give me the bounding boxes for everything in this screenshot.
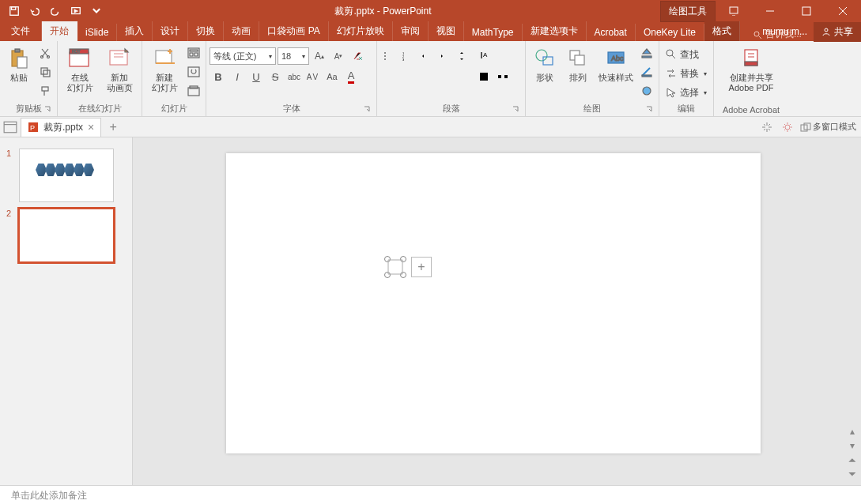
next-slide-button[interactable]: ⏷ [846,468,859,480]
underline-button[interactable]: U [247,68,265,85]
new-anim-page-button[interactable]: 新加 动画页 [100,43,138,93]
slide-thumbnail-1[interactable] [19,149,114,202]
svg-rect-24 [188,67,199,77]
clipboard-launcher[interactable] [43,105,52,115]
tool-sparkle-icon[interactable] [759,119,775,135]
insert-content-button[interactable]: + [411,257,432,277]
notes-pane[interactable]: 单击此处添加备注 [0,485,861,504]
content-placeholder[interactable]: + [384,256,433,278]
start-from-beginning-button[interactable] [66,2,85,21]
arrange-button[interactable]: 排列 [562,43,594,83]
bold-button[interactable]: B [210,68,227,85]
quick-styles-button[interactable]: Abc 快速样式 [595,43,636,83]
shapes-button[interactable]: 形状 [529,43,561,83]
tab-insert[interactable]: 插入 [117,21,153,41]
window-list-icon[interactable] [3,120,17,134]
tab-view[interactable]: 视图 [429,21,464,41]
draw-launcher[interactable] [644,105,654,115]
tab-transition[interactable]: 切换 [188,21,224,41]
reset-button[interactable] [185,63,202,81]
slide-thumbnail-2[interactable] [19,209,114,262]
line-spacing-button[interactable] [456,47,474,65]
shape-effects-button[interactable] [638,82,655,100]
font-size-select[interactable]: 18▾ [278,47,309,65]
tab-review[interactable]: 审阅 [393,21,429,41]
align-right-button[interactable] [418,68,436,85]
align-left-button[interactable] [380,68,398,85]
cut-button[interactable] [36,44,54,62]
qat-dropdown[interactable] [87,2,106,21]
para-launcher[interactable] [511,105,520,115]
text-direction-button[interactable]: ‖A [475,47,493,65]
format-painter-button[interactable] [36,82,54,100]
copy-button[interactable] [36,63,54,81]
svg-rect-8 [15,49,20,52]
layout-button[interactable] [185,44,202,62]
slide-canvas[interactable]: + [226,153,761,453]
slide-thumbnail-panel[interactable]: 1 2 [0,137,133,485]
online-slide-button[interactable]: HOT 在线 幻灯片 [61,43,99,93]
decrease-font-button[interactable]: A▾ [330,47,347,65]
clear-format-button[interactable] [349,47,366,65]
multi-window-mode-button[interactable]: 多窗口模式 [800,121,856,133]
align-center-button[interactable] [399,68,417,85]
tab-design[interactable]: 设计 [153,21,188,41]
tool-gear-icon[interactable] [780,119,795,135]
columns-button[interactable] [456,68,474,85]
tab-slideshow[interactable]: 幻灯片放映 [329,21,393,41]
select-button[interactable]: 选择▾ [663,84,710,101]
font-name-select[interactable]: 等线 (正文)▾ [210,47,276,65]
new-anim-label: 新加 动画页 [107,73,133,93]
char-spacing-button[interactable]: AV [304,68,322,85]
font-launcher[interactable] [362,105,372,115]
font-color-button[interactable]: A [342,68,360,85]
find-button[interactable]: 查找 [663,46,702,63]
tab-pocket-anim[interactable]: 口袋动画 PA [259,21,328,41]
save-button[interactable] [5,2,24,21]
tab-animation[interactable]: 动画 [224,21,259,41]
slide-editor[interactable]: + ▴ ▾ ⏶ ⏷ [133,137,861,485]
decrease-indent-button[interactable] [418,47,436,65]
tab-onekey[interactable]: OneKey Lite [636,24,704,41]
align-text-button[interactable] [475,68,493,85]
change-case-button[interactable]: Aa [323,68,341,85]
justify-button[interactable] [437,68,455,85]
shape-fill-button[interactable] [638,44,655,62]
document-tab[interactable]: P 裁剪.pptx × [21,118,101,137]
smartart-convert-button[interactable] [494,68,512,85]
italic-button[interactable]: I [228,68,246,85]
bullets-button[interactable] [380,47,398,65]
minimize-button[interactable] [752,0,788,22]
add-tab-button[interactable]: + [104,118,122,136]
user-name[interactable]: mumu m... [756,26,814,37]
share-button[interactable]: 共享 [814,22,861,42]
tab-newtab[interactable]: 新建选项卡 [523,21,587,41]
close-button[interactable] [825,0,861,22]
tab-acrobat[interactable]: Acrobat [587,24,636,41]
tab-format[interactable]: 格式 [704,21,740,41]
scroll-up-button[interactable]: ▴ [846,425,859,438]
tab-mathtype[interactable]: MathType [464,24,523,41]
tab-home[interactable]: 开始 [42,21,77,41]
increase-font-button[interactable]: A▴ [311,47,328,65]
replace-button[interactable]: 替换▾ [663,65,710,82]
tab-islide[interactable]: iSlide [77,24,117,41]
increase-indent-button[interactable] [437,47,455,65]
redo-button[interactable] [46,2,65,21]
tab-file[interactable]: 文件 [0,21,42,41]
paste-button[interactable]: 粘贴 [3,43,35,83]
scroll-down-button[interactable]: ▾ [846,439,859,452]
prev-slide-button[interactable]: ⏶ [846,453,859,466]
close-tab-button[interactable]: × [88,121,94,134]
undo-button[interactable] [25,2,44,21]
shape-outline-button[interactable] [638,63,655,81]
maximize-button[interactable] [788,0,825,22]
numbering-button[interactable]: 123 [399,47,417,65]
strike-button[interactable]: S [266,68,284,85]
new-slide-button[interactable]: 新建 幻灯片 [145,43,183,93]
ribbon-display-options[interactable] [716,0,752,22]
shadow-button[interactable]: abc [285,68,303,85]
create-share-pdf-button[interactable]: 创建并共享 Adobe PDF [717,43,785,93]
editor-scrollbar[interactable]: ▴ ▾ ⏶ ⏷ [845,137,859,485]
section-button[interactable] [185,82,202,100]
